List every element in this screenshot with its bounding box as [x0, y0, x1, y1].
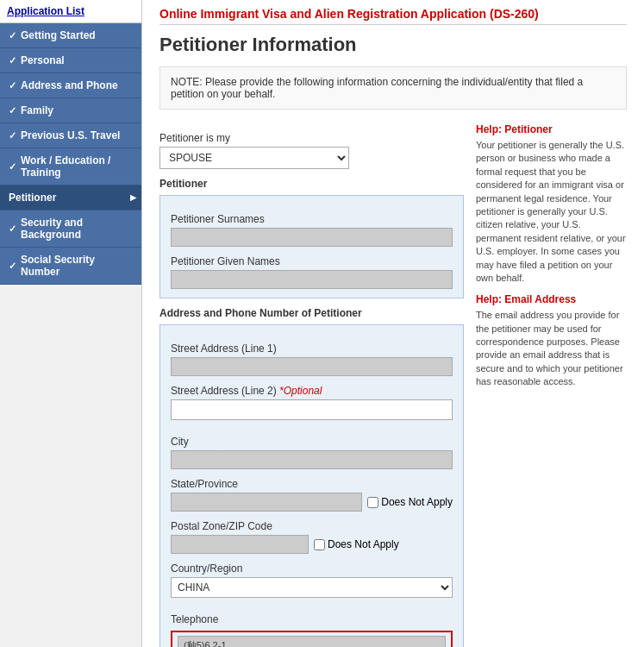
sidebar-item-work-education[interactable]: ✓Work / Education / Training — [0, 148, 141, 185]
sidebar-item-getting-started[interactable]: ✓Getting Started — [0, 23, 141, 48]
sidebar-item-label: Family — [21, 104, 53, 116]
sidebar-item-label: Getting Started — [21, 29, 96, 41]
telephone-box: (釉5)6 2-1 — [171, 631, 453, 647]
city-label: City — [171, 436, 453, 448]
given-names-label: Petitioner Given Names — [171, 255, 453, 267]
state-label: State/Province — [171, 478, 453, 490]
sidebar-item-label: Personal — [21, 54, 65, 66]
telephone-value: (釉5)6 2-1 — [184, 639, 227, 648]
street2-label: Street Address (Line 2) *Optional — [171, 385, 453, 397]
state-does-not-apply-checkbox[interactable] — [367, 497, 378, 508]
sidebar-item-petitioner[interactable]: Petitioner — [0, 185, 141, 210]
state-does-not-apply-label[interactable]: Does Not Apply — [367, 496, 453, 508]
country-label: Country/Region — [171, 562, 453, 575]
sidebar-header[interactable]: Application List — [0, 0, 141, 23]
petitioner-is-my-label: Petitioner is my — [159, 132, 464, 144]
telephone-label: Telephone — [171, 613, 453, 625]
sidebar-item-previous-us-travel[interactable]: ✓Previous U.S. Travel — [0, 123, 141, 148]
sidebar-item-label: Security and Background — [21, 217, 134, 241]
sidebar-item-family[interactable]: ✓Family — [0, 98, 141, 123]
petitioner-is-my-select[interactable]: SPOUSE PARENT CHILD SIBLING EMPLOYER — [159, 147, 349, 169]
surnames-label: Petitioner Surnames — [171, 213, 453, 225]
sidebar-item-label: Previous U.S. Travel — [21, 129, 120, 141]
petitioner-is-my-section: Petitioner is my SPOUSE PARENT CHILD SIB… — [159, 132, 464, 169]
postal-label: Postal Zone/ZIP Code — [171, 520, 453, 532]
checkmark-icon: ✓ — [9, 55, 16, 66]
sidebar-item-label: Social Security Number — [21, 254, 134, 278]
checkmark-icon: ✓ — [9, 80, 16, 91]
help-email-title: Help: Email Address — [476, 293, 627, 305]
main-content: Online Immigrant Visa and Alien Registra… — [142, 0, 644, 647]
help-petitioner-title: Help: Petitioner — [476, 123, 627, 135]
checkmark-icon: ✓ — [9, 30, 16, 41]
petitioner-section-label: Petitioner — [159, 178, 464, 190]
sidebar-item-address-and-phone[interactable]: ✓Address and Phone — [0, 73, 141, 98]
sidebar-item-social-security[interactable]: ✓Social Security Number — [0, 248, 141, 285]
app-list-link[interactable]: Application List — [7, 5, 84, 17]
checkmark-icon: ✓ — [9, 161, 16, 173]
checkmark-icon: ✓ — [9, 261, 16, 272]
sidebar-item-label: Petitioner — [9, 192, 56, 204]
sidebar-item-label: Work / Education / Training — [21, 154, 134, 179]
postal-does-not-apply-label[interactable]: Does Not Apply — [314, 538, 399, 550]
help-email-text: The email address you provide for the pe… — [476, 309, 627, 388]
sidebar-item-label: Address and Phone — [21, 79, 118, 91]
help-petitioner-text: Your petitioner is generally the U.S. pe… — [476, 139, 627, 285]
app-title: Online Immigrant Visa and Alien Registra… — [159, 0, 627, 25]
help-section: Help: Petitioner Your petitioner is gene… — [476, 123, 627, 647]
note-box: NOTE: Please provide the following infor… — [159, 66, 627, 110]
street1-label: Street Address (Line 1) — [171, 342, 453, 355]
sidebar-item-personal[interactable]: ✓Personal — [0, 48, 141, 73]
checkmark-icon: ✓ — [9, 105, 16, 116]
form-section: Petitioner is my SPOUSE PARENT CHILD SIB… — [159, 123, 464, 647]
checkmark-icon: ✓ — [9, 130, 16, 141]
petitioner-names-box: Petitioner Surnames Petitioner Given Nam… — [159, 195, 464, 298]
checkmark-icon: ✓ — [9, 223, 16, 235]
address-box: Street Address (Line 1) Street Address (… — [159, 324, 464, 647]
street2-input[interactable] — [171, 399, 453, 420]
postal-does-not-apply-checkbox[interactable] — [314, 539, 325, 550]
sidebar: Application List ✓Getting Started✓Person… — [0, 0, 142, 647]
optional-label: *Optional — [279, 385, 322, 397]
sidebar-item-security-background[interactable]: ✓Security and Background — [0, 210, 141, 248]
note-text: NOTE: Please provide the following infor… — [171, 76, 583, 100]
page-title: Petitioner Information — [159, 34, 627, 56]
address-section-label: Address and Phone Number of Petitioner — [159, 307, 464, 319]
country-select[interactable]: CHINA — [171, 577, 453, 598]
